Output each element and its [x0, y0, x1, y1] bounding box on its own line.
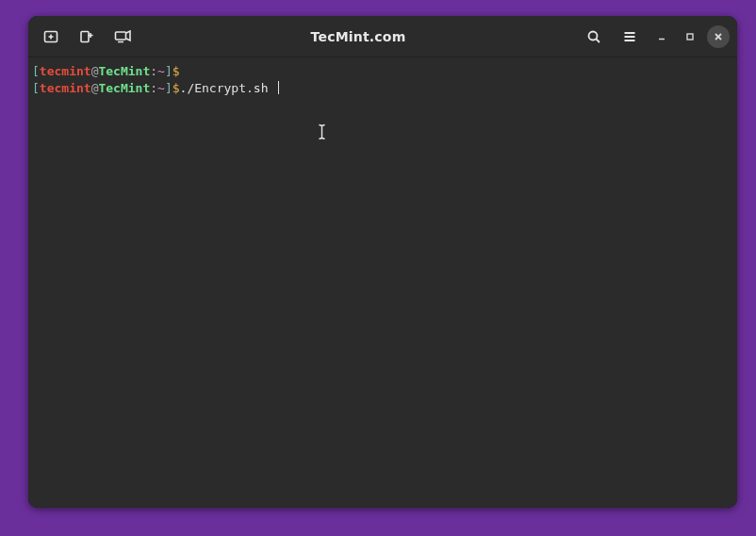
prompt-host: TecMint	[98, 64, 150, 78]
prompt-dir: ~	[157, 64, 165, 78]
prompt-host: TecMint	[98, 81, 150, 95]
minimize-icon	[656, 31, 667, 42]
svg-rect-14	[687, 34, 693, 40]
terminal-window: TecMint.com	[28, 16, 737, 508]
maximize-button[interactable]	[679, 25, 701, 48]
titlebar: TecMint.com	[28, 16, 737, 57]
terminal-cursor	[278, 81, 279, 94]
broadcast-button[interactable]	[107, 22, 138, 52]
svg-line-18	[320, 125, 322, 126]
new-window-button[interactable]	[72, 22, 102, 52]
new-tab-icon	[43, 29, 58, 44]
prompt-colon: :	[150, 81, 157, 95]
svg-line-19	[322, 125, 325, 126]
prompt-dollar: $	[173, 81, 180, 95]
titlebar-right-controls	[579, 22, 730, 52]
prompt-close-bracket: ]	[165, 81, 173, 95]
terminal-body[interactable]: [tecmint@TecMint:~]$ [tecmint@TecMint:~]…	[28, 57, 737, 508]
terminal-line: [tecmint@TecMint:~]$	[32, 63, 737, 80]
prompt-dir: ~	[157, 81, 165, 95]
close-icon	[713, 31, 724, 42]
close-button[interactable]	[707, 25, 730, 48]
text-cursor-ibeam-icon	[318, 123, 326, 140]
search-button[interactable]	[579, 22, 609, 52]
prompt-colon: :	[150, 64, 157, 78]
broadcast-icon	[114, 30, 131, 43]
svg-line-9	[597, 39, 600, 42]
minimize-button[interactable]	[650, 25, 673, 48]
prompt-close-bracket: ]	[165, 64, 173, 78]
terminal-line: [tecmint@TecMint:~]$./Encrypt.sh	[32, 80, 737, 97]
menu-button[interactable]	[615, 22, 645, 52]
maximize-icon	[684, 31, 696, 42]
prompt-user: tecmint	[40, 64, 91, 78]
prompt-user: tecmint	[40, 81, 91, 95]
prompt-open-bracket: [	[32, 81, 40, 95]
search-icon	[586, 29, 601, 44]
svg-line-21	[322, 138, 325, 139]
svg-rect-3	[81, 31, 89, 41]
svg-rect-6	[116, 32, 126, 40]
new-window-icon	[79, 29, 94, 44]
prompt-open-bracket: [	[32, 64, 40, 78]
svg-line-20	[320, 138, 322, 139]
new-tab-button[interactable]	[36, 22, 66, 52]
prompt-dollar: $	[173, 64, 180, 78]
titlebar-left-controls	[36, 22, 138, 52]
window-title: TecMint.com	[143, 29, 573, 44]
hamburger-menu-icon	[622, 29, 637, 44]
svg-point-8	[589, 31, 598, 40]
command-text: ./Encrypt.sh	[180, 81, 276, 95]
